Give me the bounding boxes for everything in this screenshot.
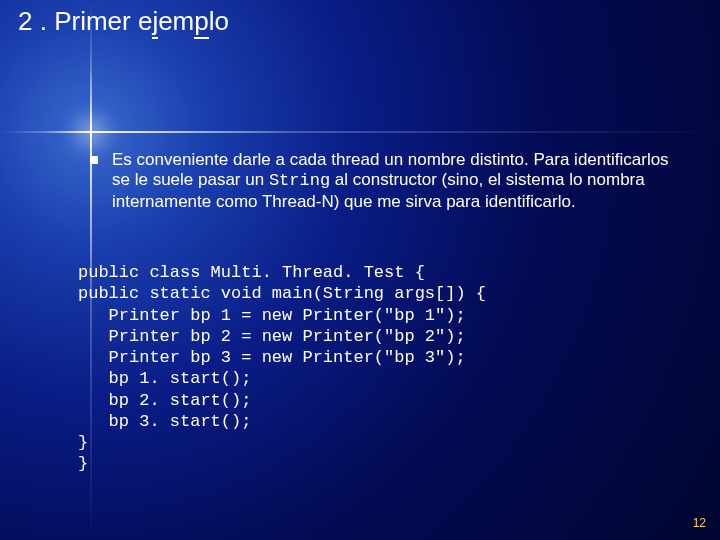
- square-bullet-icon: [90, 156, 98, 164]
- title-text-mid: em: [158, 6, 194, 36]
- title-underline-2: p: [194, 6, 208, 39]
- divider-horizontal: [0, 131, 720, 133]
- lens-flare-icon: [91, 132, 92, 133]
- slide: 2 . Primer ejemplo Es conveniente darle …: [0, 0, 720, 540]
- bullet-paragraph: Es conveniente darle a cada thread un no…: [112, 150, 680, 212]
- title-text-prefix: 2 . Primer e: [18, 6, 152, 36]
- page-number: 12: [693, 516, 706, 530]
- code-block: public class Multi. Thread. Test { publi…: [78, 262, 486, 475]
- title-text-suffix: lo: [209, 6, 229, 36]
- bullet-text-mono: String: [269, 171, 330, 190]
- bullet-item: Es conveniente darle a cada thread un no…: [90, 150, 680, 212]
- slide-title: 2 . Primer ejemplo: [18, 6, 229, 37]
